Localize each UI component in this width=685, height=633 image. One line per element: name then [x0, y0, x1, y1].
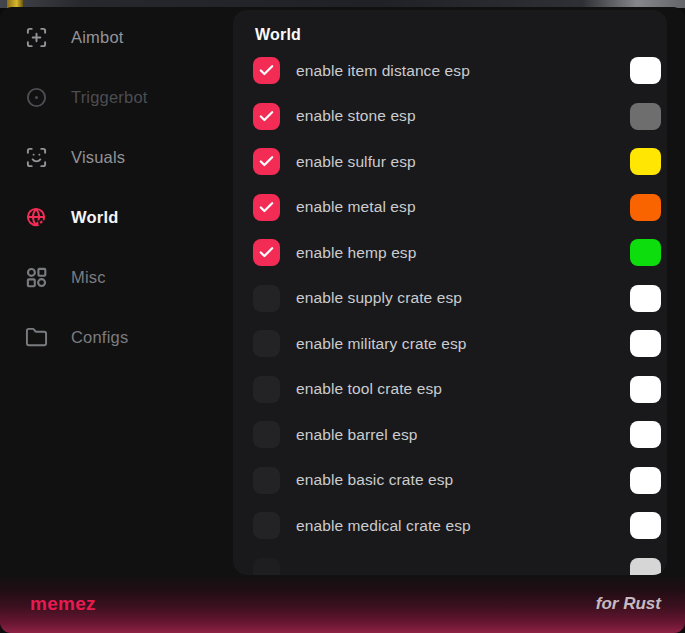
sidebar-item-label: World	[71, 208, 118, 227]
sidebar-item-visuals[interactable]: Visuals	[0, 127, 233, 187]
esp-row: enable basic crate esp	[253, 467, 661, 494]
cheat-menu-window: AimbotTriggerbotVisualsWorldMiscConfigs …	[0, 7, 685, 633]
sidebar-item-label: Aimbot	[71, 28, 124, 47]
esp-color-swatch[interactable]	[630, 57, 661, 84]
esp-row-label: enable stone esp	[296, 107, 416, 125]
esp-row-label: enable metal esp	[296, 198, 416, 216]
esp-checkbox[interactable]	[253, 103, 280, 130]
esp-checkbox[interactable]	[253, 421, 280, 448]
app-tagline: for Rust	[596, 594, 661, 614]
esp-color-swatch[interactable]	[630, 376, 661, 403]
esp-row: enable hemp esp	[253, 239, 661, 266]
esp-color-swatch[interactable]	[630, 148, 661, 175]
esp-row-label: enable tool crate esp	[296, 380, 442, 398]
esp-row-label: enable military crate esp	[296, 335, 467, 353]
sidebar-nav: AimbotTriggerbotVisualsWorldMiscConfigs	[0, 7, 233, 367]
sidebar-item-label: Visuals	[71, 148, 125, 167]
esp-checkbox[interactable]	[253, 285, 280, 312]
esp-color-swatch[interactable]	[630, 330, 661, 357]
check-icon	[258, 108, 275, 125]
esp-color-swatch[interactable]	[630, 194, 661, 221]
esp-row-label: enable medical crate esp	[296, 517, 471, 535]
esp-row-label: enable sulfur esp	[296, 153, 416, 171]
check-icon	[258, 199, 275, 216]
esp-checkbox[interactable]	[253, 148, 280, 175]
esp-row-label: enable hemp esp	[296, 244, 416, 262]
sidebar-item-world[interactable]: World	[0, 187, 233, 247]
brand-text: memez	[30, 593, 96, 615]
check-icon	[258, 153, 275, 170]
esp-color-swatch[interactable]	[630, 467, 661, 494]
esp-row: enable metal esp	[253, 194, 661, 221]
esp-color-swatch[interactable]	[630, 239, 661, 266]
check-icon	[258, 62, 275, 79]
shapes-icon	[25, 266, 48, 289]
esp-checkbox[interactable]	[253, 512, 280, 539]
world-panel: World enable item distance espenable sto…	[233, 10, 667, 575]
esp-checkbox[interactable]	[253, 57, 280, 84]
esp-row-label: enable supply crate esp	[296, 289, 462, 307]
esp-row: enable medical crate esp	[253, 512, 661, 539]
esp-row-label: enable barrel esp	[296, 426, 417, 444]
esp-color-swatch[interactable]	[630, 512, 661, 539]
esp-checkbox[interactable]	[253, 330, 280, 357]
sidebar-item-label: Misc	[71, 268, 106, 287]
esp-row: enable sulfur esp	[253, 148, 661, 175]
esp-color-swatch[interactable]	[630, 103, 661, 130]
sidebar-item-label: Triggerbot	[71, 88, 148, 107]
esp-row: enable tool crate esp	[253, 376, 661, 403]
sidebar-item-misc[interactable]: Misc	[0, 247, 233, 307]
esp-row: enable military crate esp	[253, 330, 661, 357]
check-icon	[258, 244, 275, 261]
esp-row: enable stone esp	[253, 103, 661, 130]
esp-row: enable barrel esp	[253, 421, 661, 448]
focus-icon	[25, 26, 48, 49]
sidebar-item-configs[interactable]: Configs	[0, 307, 233, 367]
esp-color-swatch[interactable]	[630, 558, 661, 576]
panel-title: World	[255, 25, 661, 45]
esp-checkbox[interactable]	[253, 194, 280, 221]
globe-star-icon	[25, 206, 48, 229]
esp-checkbox[interactable]	[253, 239, 280, 266]
esp-row: enable item distance esp	[253, 57, 661, 84]
esp-row-label: enable basic crate esp	[296, 471, 453, 489]
esp-color-swatch[interactable]	[630, 421, 661, 448]
sidebar-item-triggerbot[interactable]: Triggerbot	[0, 67, 233, 127]
circle-dot-icon	[25, 86, 48, 109]
esp-checkbox[interactable]	[253, 376, 280, 403]
esp-row: enable supply crate esp	[253, 285, 661, 312]
scan-face-icon	[25, 146, 48, 169]
sidebar-item-label: Configs	[71, 328, 128, 347]
esp-checkbox[interactable]	[253, 558, 280, 576]
footer-bar: memez for Rust	[0, 575, 685, 633]
esp-checkbox[interactable]	[253, 467, 280, 494]
sidebar-item-aimbot[interactable]: Aimbot	[0, 7, 233, 67]
esp-color-swatch[interactable]	[630, 285, 661, 312]
esp-row-label: enable item distance esp	[296, 62, 470, 80]
folder-icon	[25, 326, 48, 349]
esp-row	[253, 558, 661, 576]
esp-rows[interactable]: enable item distance espenable stone esp…	[253, 57, 661, 575]
